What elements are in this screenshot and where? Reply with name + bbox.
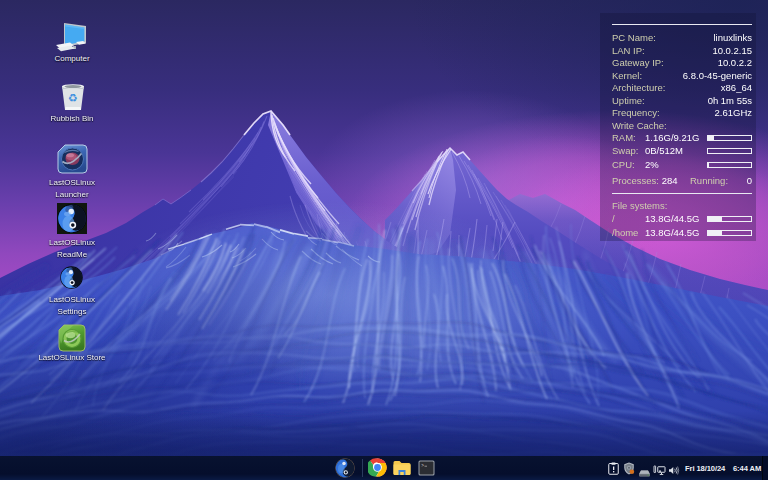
svg-text:>: > bbox=[421, 463, 424, 468]
svg-text:♻: ♻ bbox=[68, 92, 78, 104]
